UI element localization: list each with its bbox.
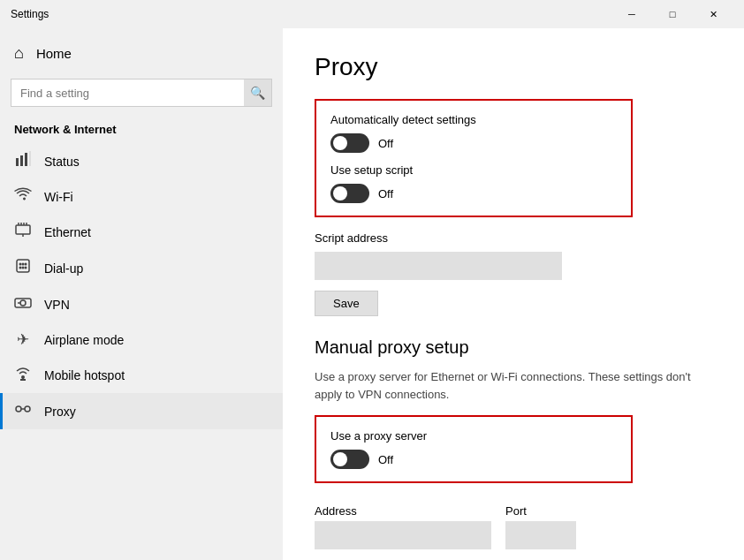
app-container: ⌂ Home 🔍 Network & Internet Status — [0, 28, 744, 560]
dialup-icon — [14, 258, 32, 278]
home-label: Home — [36, 46, 72, 61]
svg-point-12 — [22, 263, 25, 266]
port-label: Port — [505, 504, 576, 518]
sidebar-item-dialup[interactable]: Dial-up — [0, 250, 283, 286]
sidebar-label-ethernet: Ethernet — [44, 225, 91, 239]
sidebar-item-status[interactable]: Status — [0, 143, 283, 179]
titlebar-title: Settings — [11, 8, 49, 20]
sidebar-label-hotspot: Mobile hotspot — [44, 368, 125, 382]
wifi-icon — [14, 187, 32, 206]
sidebar-label-wifi: Wi-Fi — [44, 190, 73, 204]
search-icon[interactable]: 🔍 — [244, 79, 272, 107]
sidebar-item-ethernet[interactable]: Ethernet — [0, 214, 283, 250]
svg-rect-2 — [25, 153, 27, 166]
address-group: Address — [315, 504, 491, 549]
search-input[interactable] — [11, 79, 272, 107]
sidebar-item-proxy[interactable]: Proxy — [0, 393, 283, 429]
auto-detect-toggle[interactable] — [330, 133, 369, 153]
vpn-icon — [14, 294, 32, 314]
proxy-server-section: Use a proxy server Off — [315, 415, 633, 483]
close-button[interactable]: ✕ — [693, 0, 733, 28]
proxy-server-state: Off — [378, 453, 393, 466]
status-icon — [14, 151, 32, 171]
maximize-button[interactable]: □ — [652, 0, 693, 28]
sidebar-item-vpn[interactable]: VPN — [0, 286, 283, 322]
titlebar-controls: ─ □ ✕ — [611, 0, 733, 28]
script-address-input[interactable] — [315, 252, 562, 280]
hotspot-icon — [14, 365, 32, 385]
sidebar-item-hotspot[interactable]: Mobile hotspot — [0, 357, 283, 393]
auto-proxy-section: Automatically detect settings Off Use se… — [315, 99, 633, 217]
sidebar-item-wifi[interactable]: Wi-Fi — [0, 179, 283, 214]
svg-rect-22 — [20, 379, 26, 381]
address-input[interactable] — [315, 521, 491, 549]
svg-point-15 — [22, 267, 25, 269]
proxy-icon — [14, 401, 32, 421]
airplane-icon: ✈ — [14, 330, 32, 349]
content-area: Proxy Automatically detect settings Off … — [283, 28, 744, 560]
address-port-row: Address Port — [315, 504, 712, 549]
auto-detect-state: Off — [378, 137, 393, 150]
setup-script-label: Use setup script — [330, 163, 617, 177]
sidebar-label-airplane: Airplane mode — [44, 333, 124, 347]
manual-proxy-title: Manual proxy setup — [315, 337, 712, 358]
auto-detect-toggle-row: Off — [330, 133, 617, 153]
page-title: Proxy — [315, 53, 712, 81]
svg-point-18 — [20, 300, 26, 306]
sidebar-item-airplane[interactable]: ✈ Airplane mode — [0, 322, 283, 357]
proxy-server-toggle[interactable] — [330, 450, 369, 469]
svg-rect-3 — [29, 151, 31, 166]
svg-rect-4 — [16, 225, 30, 234]
sidebar-label-status: Status — [44, 155, 80, 169]
svg-point-13 — [25, 263, 27, 266]
svg-rect-10 — [17, 260, 29, 272]
svg-point-24 — [25, 406, 30, 412]
manual-proxy-description: Use a proxy server for Ethernet or Wi-Fi… — [315, 368, 703, 403]
ethernet-icon — [14, 222, 32, 242]
sidebar: ⌂ Home 🔍 Network & Internet Status — [0, 28, 283, 560]
auto-detect-label: Automatically detect settings — [330, 113, 617, 126]
sidebar-item-home[interactable]: ⌂ Home — [0, 35, 283, 72]
svg-point-14 — [19, 267, 22, 269]
setup-script-toggle-row: Off — [330, 184, 617, 203]
port-input[interactable] — [505, 521, 576, 549]
sidebar-section-title: Network & Internet — [0, 117, 283, 143]
search-box: 🔍 — [11, 79, 272, 107]
port-group: Port — [505, 504, 576, 549]
minimize-button[interactable]: ─ — [611, 0, 652, 28]
sidebar-label-dialup: Dial-up — [44, 261, 83, 276]
sidebar-label-vpn: VPN — [44, 298, 70, 312]
script-address-label: Script address — [315, 231, 712, 245]
svg-point-11 — [19, 263, 22, 266]
home-icon: ⌂ — [14, 44, 24, 63]
setup-script-toggle[interactable] — [330, 184, 369, 203]
proxy-server-label: Use a proxy server — [330, 429, 617, 443]
save-button[interactable]: Save — [315, 291, 378, 316]
address-label: Address — [315, 504, 491, 518]
setup-script-state: Off — [378, 187, 393, 201]
svg-point-23 — [16, 406, 21, 412]
svg-rect-0 — [16, 158, 19, 166]
svg-point-16 — [25, 267, 27, 269]
svg-rect-1 — [20, 155, 23, 166]
proxy-server-toggle-row: Off — [330, 450, 617, 469]
titlebar: Settings ─ □ ✕ — [0, 0, 744, 28]
sidebar-label-proxy: Proxy — [44, 405, 76, 419]
